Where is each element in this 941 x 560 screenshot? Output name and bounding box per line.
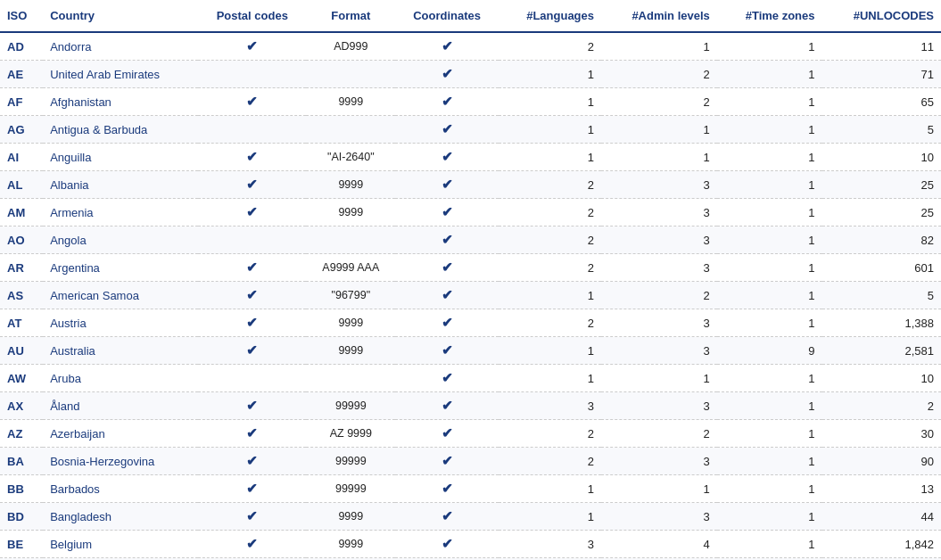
cell-admin-levels: 3 [601, 503, 717, 531]
cell-admin-levels: 3 [601, 171, 717, 199]
cell-iso: AX [0, 392, 43, 420]
cell-coordinates: ✔ [395, 32, 498, 61]
cell-time-zones: 1 [717, 199, 822, 226]
cell-unlocodes: 2 [822, 392, 941, 420]
col-header-format: Format [306, 0, 395, 32]
cell-format: 9999 [306, 503, 395, 531]
cell-admin-levels: 3 [601, 226, 717, 254]
cell-iso: AL [0, 171, 43, 199]
cell-languages: 3 [499, 392, 601, 420]
col-header-languages: #Languages [499, 0, 601, 32]
col-header-iso: ISO [0, 0, 43, 32]
cell-unlocodes: 2,581 [822, 337, 941, 365]
table-row: AMArmenia✔9999✔23125 [0, 199, 941, 226]
table-row: AZAzerbaijan✔AZ 9999✔22130 [0, 420, 941, 448]
cell-languages: 1 [499, 503, 601, 531]
cell-unlocodes: 1,388 [822, 309, 941, 337]
cell-admin-levels: 3 [601, 199, 717, 226]
cell-admin-levels: 1 [601, 365, 717, 392]
table-row: AOAngola✔23182 [0, 226, 941, 254]
cell-languages: 1 [499, 337, 601, 365]
col-header-admin-levels: #Admin levels [601, 0, 717, 32]
cell-iso: AS [0, 282, 43, 309]
cell-iso: AD [0, 32, 43, 61]
cell-iso: AU [0, 337, 43, 365]
cell-unlocodes: 71 [822, 61, 941, 88]
cell-country: Austria [43, 309, 198, 337]
table-row: AXÅland✔99999✔3312 [0, 392, 941, 420]
cell-time-zones: 1 [717, 61, 822, 88]
cell-postal-codes: ✔ [198, 420, 306, 448]
table-row: AWAruba✔11110 [0, 365, 941, 392]
cell-postal-codes: ✔ [198, 475, 306, 503]
cell-format: 9999 [306, 309, 395, 337]
cell-format: 99999 [306, 392, 395, 420]
table-row: ADAndorra✔AD999✔21111 [0, 32, 941, 61]
table-row: BDBangladesh✔9999✔13144 [0, 503, 941, 531]
cell-iso: AF [0, 88, 43, 116]
cell-country: Argentina [43, 254, 198, 282]
cell-iso: BE [0, 531, 43, 558]
cell-country: Afghanistan [43, 88, 198, 116]
cell-postal-codes: ✔ [198, 531, 306, 558]
cell-unlocodes: 10 [822, 144, 941, 171]
cell-country: Azerbaijan [43, 420, 198, 448]
col-header-coordinates: Coordinates [395, 0, 498, 32]
cell-unlocodes: 11 [822, 32, 941, 61]
cell-coordinates: ✔ [395, 88, 498, 116]
cell-iso: AW [0, 365, 43, 392]
cell-iso: BA [0, 448, 43, 475]
cell-postal-codes [198, 61, 306, 88]
cell-country: Albania [43, 171, 198, 199]
cell-iso: AR [0, 254, 43, 282]
cell-format [306, 116, 395, 144]
col-header-time-zones: #Time zones [717, 0, 822, 32]
cell-languages: 2 [499, 199, 601, 226]
cell-format [306, 61, 395, 88]
cell-iso: BB [0, 475, 43, 503]
cell-postal-codes: ✔ [198, 392, 306, 420]
cell-country: Bangladesh [43, 503, 198, 531]
cell-unlocodes: 25 [822, 171, 941, 199]
cell-time-zones: 1 [717, 475, 822, 503]
cell-postal-codes: ✔ [198, 199, 306, 226]
cell-time-zones: 1 [717, 503, 822, 531]
cell-country: Belgium [43, 531, 198, 558]
cell-iso: AM [0, 199, 43, 226]
cell-format: A9999 AAA [306, 254, 395, 282]
cell-admin-levels: 1 [601, 116, 717, 144]
cell-unlocodes: 90 [822, 448, 941, 475]
cell-iso: AO [0, 226, 43, 254]
cell-format: AZ 9999 [306, 420, 395, 448]
cell-admin-levels: 2 [601, 420, 717, 448]
cell-time-zones: 1 [717, 116, 822, 144]
cell-coordinates: ✔ [395, 475, 498, 503]
cell-unlocodes: 44 [822, 503, 941, 531]
cell-languages: 1 [499, 144, 601, 171]
table-row: AGAntigua & Barbuda✔1115 [0, 116, 941, 144]
cell-coordinates: ✔ [395, 309, 498, 337]
table-header-row: ISO Country Postal codes Format Coordina… [0, 0, 941, 32]
cell-format [306, 365, 395, 392]
cell-coordinates: ✔ [395, 171, 498, 199]
cell-admin-levels: 1 [601, 144, 717, 171]
cell-country: Aruba [43, 365, 198, 392]
cell-format: 99999 [306, 475, 395, 503]
cell-postal-codes: ✔ [198, 144, 306, 171]
cell-format: 99999 [306, 448, 395, 475]
cell-languages: 2 [499, 32, 601, 61]
table-row: AEUnited Arab Emirates✔12171 [0, 61, 941, 88]
cell-admin-levels: 2 [601, 282, 717, 309]
cell-time-zones: 1 [717, 448, 822, 475]
cell-time-zones: 1 [717, 254, 822, 282]
cell-coordinates: ✔ [395, 392, 498, 420]
cell-admin-levels: 3 [601, 309, 717, 337]
table-row: ASAmerican Samoa✔"96799"✔1215 [0, 282, 941, 309]
cell-admin-levels: 3 [601, 254, 717, 282]
cell-coordinates: ✔ [395, 144, 498, 171]
cell-iso: AG [0, 116, 43, 144]
cell-format: 9999 [306, 88, 395, 116]
cell-unlocodes: 13 [822, 475, 941, 503]
cell-time-zones: 1 [717, 144, 822, 171]
cell-iso: BD [0, 503, 43, 531]
